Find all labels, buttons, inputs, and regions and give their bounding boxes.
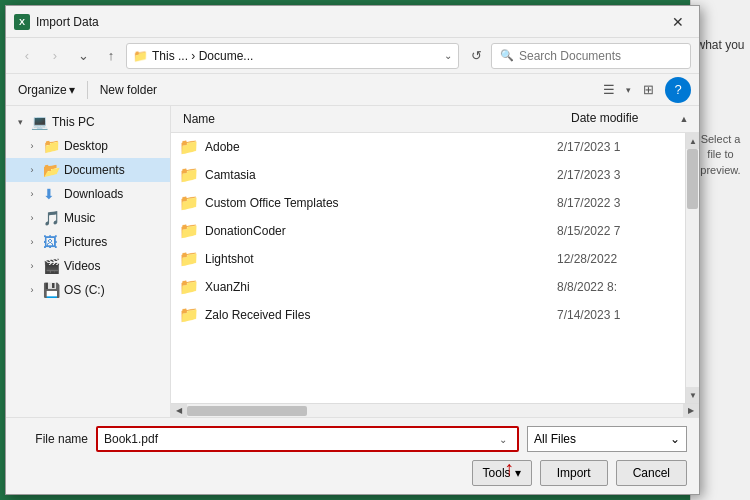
- app-icon: X: [14, 14, 30, 30]
- file-name-input-container[interactable]: Book1.pdf ⌄: [96, 426, 519, 452]
- file-name-cell: Camtasia: [205, 168, 551, 182]
- import-button[interactable]: Import: [540, 460, 608, 486]
- toolbar-separator: [87, 81, 88, 99]
- actions-row: Tools ▾ Import Cancel: [18, 460, 687, 486]
- dialog-title: Import Data: [36, 15, 665, 29]
- sidebar: ▾ 💻 This PC › 📁 Desktop › 📂 Documents › …: [6, 106, 171, 417]
- file-name-cell: DonationCoder: [205, 224, 551, 238]
- table-row[interactable]: 📁 DonationCoder 8/15/2022 7: [171, 217, 685, 245]
- view-list-button[interactable]: ☰: [596, 77, 622, 103]
- recent-locations-button[interactable]: ⌄: [70, 43, 96, 69]
- toolbar-right: ☰ ▾ ⊞ ?: [596, 77, 691, 103]
- file-name-label: File name: [18, 432, 88, 446]
- file-list: 📁 Adobe 2/17/2023 1 📁 Camtasia 2/17/2023…: [171, 133, 685, 403]
- refresh-button[interactable]: ↺: [463, 43, 489, 69]
- folder-icon: 📁: [179, 277, 199, 296]
- help-button[interactable]: ?: [665, 77, 691, 103]
- pc-icon: 💻: [31, 114, 47, 130]
- scrollbar[interactable]: ▲ ▼: [685, 133, 699, 403]
- sidebar-label-this-pc: This PC: [52, 115, 95, 129]
- view-columns-button[interactable]: ⊞: [635, 77, 661, 103]
- folder-icon: 📁: [179, 249, 199, 268]
- sidebar-label-videos: Videos: [64, 259, 100, 273]
- search-box[interactable]: 🔍: [491, 43, 691, 69]
- tools-button[interactable]: Tools ▾: [472, 460, 532, 486]
- sidebar-item-this-pc[interactable]: ▾ 💻 This PC: [6, 110, 170, 134]
- chevron-right-icon: ›: [26, 189, 38, 199]
- chevron-down-icon: ▾: [14, 117, 26, 127]
- bottom-bar: File name Book1.pdf ⌄ All Files ⌄ Tools …: [6, 417, 699, 494]
- table-row[interactable]: 📁 Lightshot 12/28/2022: [171, 245, 685, 273]
- music-icon: 🎵: [43, 210, 59, 226]
- folder-icon: 📁: [179, 165, 199, 184]
- scroll-left-button[interactable]: ◀: [171, 404, 187, 418]
- main-content: ▾ 💻 This PC › 📁 Desktop › 📂 Documents › …: [6, 106, 699, 417]
- scroll-up-icon: ▲: [680, 114, 689, 124]
- organize-button[interactable]: Organize ▾: [14, 80, 79, 100]
- file-date-cell: 8/8/2022 8:: [557, 280, 677, 294]
- sidebar-label-os-c: OS (C:): [64, 283, 105, 297]
- scrollbar-thumb[interactable]: [687, 149, 698, 209]
- address-bar[interactable]: 📁 This ... › Docume... ⌄: [126, 43, 459, 69]
- h-scrollbar-thumb[interactable]: [187, 406, 307, 416]
- file-name-cell: Adobe: [205, 140, 551, 154]
- tools-chevron-icon: ▾: [515, 466, 521, 480]
- file-name-cell: Lightshot: [205, 252, 551, 266]
- col-header-name[interactable]: Name: [179, 110, 567, 128]
- organize-chevron-icon: ▾: [69, 83, 75, 97]
- sidebar-item-desktop[interactable]: › 📁 Desktop: [6, 134, 170, 158]
- sidebar-item-documents[interactable]: › 📂 Documents: [6, 158, 170, 182]
- file-name-cell: Custom Office Templates: [205, 196, 551, 210]
- folder-icon: 📁: [179, 221, 199, 240]
- search-input[interactable]: [519, 49, 682, 63]
- file-name-dropdown-icon: ⌄: [495, 434, 511, 445]
- cancel-button[interactable]: Cancel: [616, 460, 687, 486]
- chevron-right-icon: ›: [26, 261, 38, 271]
- chevron-right-icon: ›: [26, 141, 38, 151]
- file-name-value: Book1.pdf: [104, 432, 495, 446]
- new-folder-label: New folder: [100, 83, 157, 97]
- scroll-up-button[interactable]: ▲: [686, 133, 699, 149]
- sidebar-item-downloads[interactable]: › ⬇ Downloads: [6, 182, 170, 206]
- close-button[interactable]: ✕: [665, 9, 691, 35]
- address-dropdown-icon: ⌄: [444, 50, 452, 61]
- file-type-select[interactable]: All Files ⌄: [527, 426, 687, 452]
- download-icon: ⬇: [43, 186, 59, 202]
- up-button[interactable]: ↑: [98, 43, 124, 69]
- folder-icon: 📂: [43, 162, 59, 178]
- chevron-right-icon: ›: [26, 285, 38, 295]
- back-button[interactable]: ‹: [14, 43, 40, 69]
- table-row[interactable]: 📁 Zalo Received Files 7/14/2023 1: [171, 301, 685, 329]
- sidebar-item-music[interactable]: › 🎵 Music: [6, 206, 170, 230]
- h-scrollbar[interactable]: ◀ ▶: [171, 403, 699, 417]
- folder-icon: 📁: [179, 137, 199, 156]
- scroll-down-button[interactable]: ▼: [686, 387, 699, 403]
- scroll-right-button[interactable]: ▶: [683, 404, 699, 418]
- table-row[interactable]: 📁 XuanZhi 8/8/2022 8:: [171, 273, 685, 301]
- toolbar: Organize ▾ New folder ☰ ▾ ⊞ ?: [6, 74, 699, 106]
- table-row[interactable]: 📁 Custom Office Templates 8/17/2022 3: [171, 189, 685, 217]
- new-folder-button[interactable]: New folder: [96, 80, 161, 100]
- sidebar-item-pictures[interactable]: › 🖼 Pictures: [6, 230, 170, 254]
- file-date-cell: 12/28/2022: [557, 252, 677, 266]
- scrollbar-track: [686, 149, 699, 387]
- sidebar-label-pictures: Pictures: [64, 235, 107, 249]
- sidebar-label-downloads: Downloads: [64, 187, 123, 201]
- tools-label: Tools: [483, 466, 511, 480]
- folder-icon: 📁: [179, 193, 199, 212]
- title-bar: X Import Data ✕: [6, 6, 699, 38]
- file-date-cell: 7/14/2023 1: [557, 308, 677, 322]
- forward-button[interactable]: ›: [42, 43, 68, 69]
- file-date-cell: 8/15/2022 7: [557, 224, 677, 238]
- table-row[interactable]: 📁 Camtasia 2/17/2023 3: [171, 161, 685, 189]
- table-row[interactable]: 📁 Adobe 2/17/2023 1: [171, 133, 685, 161]
- file-date-cell: 8/17/2022 3: [557, 196, 677, 210]
- sidebar-item-os-c[interactable]: › 💾 OS (C:): [6, 278, 170, 302]
- sidebar-item-videos[interactable]: › 🎬 Videos: [6, 254, 170, 278]
- sidebar-label-music: Music: [64, 211, 95, 225]
- import-data-dialog: X Import Data ✕ ‹ › ⌄ ↑ 📁 This ... › Doc…: [5, 5, 700, 495]
- folder-icon: 📁: [43, 138, 59, 154]
- col-header-date[interactable]: Date modifie: [567, 109, 642, 127]
- file-type-dropdown-icon: ⌄: [670, 432, 680, 446]
- file-name-cell: XuanZhi: [205, 280, 551, 294]
